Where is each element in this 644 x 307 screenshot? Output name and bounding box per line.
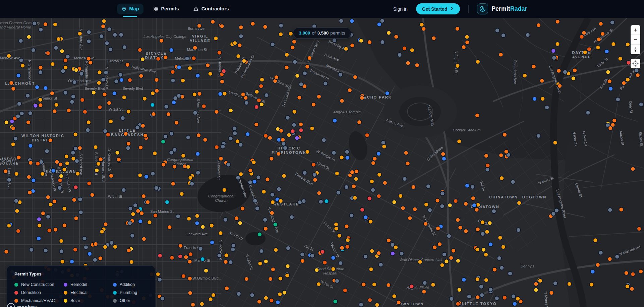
permit-marker[interactable]	[244, 101, 249, 105]
permit-marker[interactable]	[59, 239, 63, 243]
permit-marker[interactable]	[232, 126, 237, 131]
permit-marker[interactable]	[7, 54, 11, 58]
permit-marker[interactable]	[87, 181, 91, 186]
permit-marker[interactable]	[257, 98, 261, 103]
permit-marker[interactable]	[607, 79, 612, 83]
permit-marker[interactable]	[97, 70, 102, 74]
permit-marker[interactable]	[276, 151, 281, 156]
permit-marker[interactable]	[333, 118, 337, 123]
permit-marker[interactable]	[534, 282, 538, 286]
permit-marker[interactable]	[27, 190, 32, 195]
permit-marker[interactable]	[228, 136, 233, 140]
zoom-out-button[interactable]: −	[631, 35, 640, 44]
permit-marker[interactable]	[432, 245, 437, 250]
permit-marker[interactable]	[431, 283, 435, 287]
permit-marker[interactable]	[471, 196, 475, 200]
permit-marker[interactable]	[97, 81, 101, 85]
permit-marker[interactable]	[128, 78, 132, 82]
permit-marker[interactable]	[415, 63, 419, 67]
permit-marker[interactable]	[604, 49, 609, 54]
permit-marker[interactable]	[606, 70, 610, 74]
permit-marker[interactable]	[231, 247, 235, 252]
permit-marker[interactable]	[198, 247, 203, 251]
permit-marker[interactable]	[625, 284, 630, 289]
permit-marker[interactable]	[195, 152, 200, 156]
permit-marker[interactable]	[94, 242, 98, 246]
permit-marker[interactable]	[28, 161, 33, 165]
permit-marker[interactable]	[99, 34, 104, 38]
permit-marker[interactable]	[608, 86, 613, 91]
permit-marker[interactable]	[259, 84, 263, 88]
permit-marker[interactable]	[18, 39, 23, 43]
permit-marker[interactable]	[59, 249, 64, 253]
permit-marker[interactable]	[516, 297, 520, 301]
permit-marker[interactable]	[217, 51, 222, 55]
geolocate-button[interactable]	[631, 59, 640, 68]
permit-marker[interactable]	[84, 245, 88, 249]
permit-marker[interactable]	[399, 251, 404, 256]
permit-marker[interactable]	[302, 171, 307, 175]
permit-marker[interactable]	[248, 180, 252, 184]
permit-marker[interactable]	[190, 182, 194, 186]
permit-marker[interactable]	[274, 75, 279, 79]
permit-marker[interactable]	[238, 142, 243, 147]
permit-marker[interactable]	[311, 163, 316, 167]
permit-marker[interactable]	[371, 188, 375, 192]
permit-marker[interactable]	[378, 262, 383, 267]
permit-marker[interactable]	[109, 174, 113, 178]
permit-marker[interactable]	[252, 160, 256, 165]
permit-marker[interactable]	[196, 133, 201, 137]
permit-marker[interactable]	[37, 223, 42, 228]
permit-marker[interactable]	[262, 189, 266, 194]
permit-marker[interactable]	[7, 224, 11, 228]
permit-marker[interactable]	[411, 185, 416, 189]
permit-marker[interactable]	[394, 35, 398, 39]
permit-marker[interactable]	[16, 155, 21, 160]
permit-marker[interactable]	[279, 129, 283, 133]
permit-marker[interactable]	[179, 192, 184, 196]
permit-marker[interactable]	[511, 180, 515, 184]
permit-marker[interactable]	[372, 157, 377, 161]
permit-marker[interactable]	[187, 217, 191, 221]
permit-marker[interactable]	[191, 302, 195, 307]
permit-marker[interactable]	[233, 41, 237, 45]
permit-marker[interactable]	[126, 141, 131, 146]
permit-marker[interactable]	[239, 172, 243, 176]
permit-marker[interactable]	[200, 302, 204, 306]
permit-marker[interactable]	[305, 64, 309, 69]
permit-marker[interactable]	[278, 292, 282, 297]
permit-marker[interactable]	[333, 299, 338, 304]
permit-marker[interactable]	[192, 56, 196, 60]
permit-marker[interactable]	[67, 108, 71, 113]
permit-marker[interactable]	[626, 42, 630, 47]
permit-marker[interactable]	[188, 176, 192, 180]
permit-marker[interactable]	[536, 134, 541, 138]
permit-marker[interactable]	[15, 209, 19, 213]
permit-marker[interactable]	[164, 105, 169, 109]
permit-marker[interactable]	[102, 19, 106, 23]
permit-marker[interactable]	[117, 157, 121, 162]
permit-marker[interactable]	[56, 37, 61, 41]
permit-marker[interactable]	[385, 91, 390, 96]
permit-marker[interactable]	[369, 267, 373, 271]
permit-marker[interactable]	[158, 253, 162, 258]
permit-marker[interactable]	[281, 141, 286, 146]
permit-marker[interactable]	[291, 129, 295, 133]
permit-marker[interactable]	[222, 91, 227, 96]
permit-marker[interactable]	[442, 157, 446, 161]
permit-marker[interactable]	[313, 178, 317, 182]
permit-marker[interactable]	[163, 55, 168, 60]
permit-marker[interactable]	[497, 256, 502, 260]
permit-marker[interactable]	[282, 174, 286, 178]
permit-marker[interactable]	[138, 219, 142, 224]
permit-marker[interactable]	[346, 238, 350, 242]
permit-marker[interactable]	[239, 34, 243, 38]
permit-marker[interactable]	[220, 24, 224, 28]
permit-marker[interactable]	[503, 132, 507, 137]
permit-marker[interactable]	[195, 221, 199, 225]
permit-marker[interactable]	[292, 110, 297, 114]
permit-marker[interactable]	[377, 173, 382, 177]
permit-marker[interactable]	[79, 210, 83, 214]
permit-marker[interactable]	[440, 204, 444, 208]
permit-marker[interactable]	[75, 172, 80, 176]
